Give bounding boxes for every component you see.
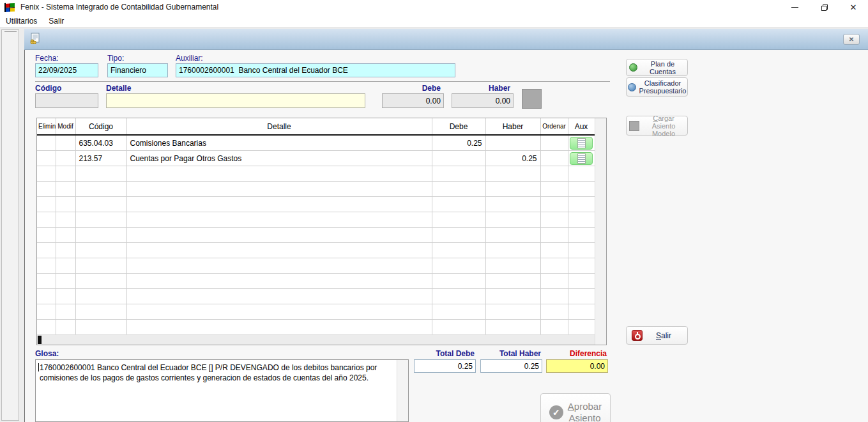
grid-horizontal-scrollbar-thumb[interactable] [38,336,42,344]
cell-haber[interactable]: 0.25 [485,151,540,166]
auxiliar-input[interactable] [176,63,455,77]
cell-detalle[interactable]: Cuentas por Pagar Otros Gastos [126,151,432,166]
cell-detalle[interactable] [126,197,432,212]
cell-debe[interactable] [432,320,485,335]
cell-aux[interactable] [568,243,595,258]
cell-ordenar[interactable] [540,182,568,197]
cell-debe[interactable] [432,258,485,274]
cell-codigo[interactable] [75,274,126,289]
haber-input[interactable] [452,93,514,108]
add-line-button[interactable] [522,89,542,109]
cell-codigo[interactable]: 213.57 [75,151,126,166]
cell-aux[interactable] [568,274,595,289]
cell-elimin[interactable] [37,289,56,304]
cell-ordenar[interactable] [540,274,568,289]
close-button[interactable] [839,0,868,14]
cell-debe[interactable] [432,197,485,212]
cell-detalle[interactable] [126,289,432,304]
cell-modif[interactable] [56,320,75,335]
aux-button[interactable] [570,152,593,165]
cell-elimin[interactable] [37,304,56,320]
cell-codigo[interactable] [75,320,126,335]
cell-haber[interactable] [485,197,540,212]
cell-modif[interactable] [56,228,75,243]
fecha-input[interactable] [35,63,98,77]
cell-detalle[interactable] [126,212,432,228]
cell-debe[interactable]: 0.25 [432,135,485,151]
cell-ordenar[interactable] [540,258,568,274]
detalle-input[interactable] [106,93,365,108]
plan-de-cuentas-button[interactable]: Plan de Cuentas [626,59,688,76]
cell-codigo[interactable] [75,289,126,304]
cell-modif[interactable] [56,182,75,197]
cell-aux[interactable] [568,135,595,151]
cell-aux[interactable] [568,166,595,182]
cell-codigo[interactable] [75,258,126,274]
cell-codigo[interactable]: 635.04.03 [75,135,126,151]
cell-aux[interactable] [568,320,595,335]
cell-ordenar[interactable] [540,166,568,182]
grid-horizontal-scrollbar[interactable] [37,334,595,345]
cell-elimin[interactable] [37,151,56,166]
grid-vertical-scrollbar[interactable] [595,118,606,345]
cell-modif[interactable] [56,135,75,151]
cell-detalle[interactable] [126,228,432,243]
cell-haber[interactable] [485,289,540,304]
cell-detalle[interactable] [126,320,432,335]
cell-haber[interactable] [485,166,540,182]
cell-aux[interactable] [568,258,595,274]
cell-modif[interactable] [56,151,75,166]
cell-modif[interactable] [56,212,75,228]
restore-button[interactable] [809,0,839,14]
cell-ordenar[interactable] [540,151,568,166]
cell-haber[interactable] [485,274,540,289]
cell-modif[interactable] [56,289,75,304]
cell-haber[interactable] [485,258,540,274]
cell-aux[interactable] [568,304,595,320]
menu-utilitarios[interactable]: Utilitarios [0,14,43,28]
header-debe[interactable]: Debe [432,118,485,135]
cell-ordenar[interactable] [540,243,568,258]
cell-codigo[interactable] [75,304,126,320]
cell-haber[interactable] [485,304,540,320]
codigo-input[interactable] [35,93,98,108]
cell-modif[interactable] [56,258,75,274]
cell-ordenar[interactable] [540,212,568,228]
cell-ordenar[interactable] [540,228,568,243]
salir-button[interactable]: Salir [626,326,688,345]
cell-codigo[interactable] [75,228,126,243]
cell-aux[interactable] [568,228,595,243]
cell-haber[interactable] [485,228,540,243]
cell-debe[interactable] [432,274,485,289]
clasificador-presupuestario-button[interactable]: Clasificador Presupuestario [626,77,688,97]
cell-haber[interactable] [485,320,540,335]
cell-haber[interactable] [485,212,540,228]
header-codigo[interactable]: Código [75,118,126,135]
cell-debe[interactable] [432,166,485,182]
cell-haber[interactable] [485,182,540,197]
cell-elimin[interactable] [37,197,56,212]
cell-debe[interactable] [432,289,485,304]
glosa-textarea[interactable]: 1760002600001 Banco Central del Ecuador … [35,359,409,422]
cell-codigo[interactable] [75,182,126,197]
header-modif[interactable]: Modif [56,118,75,135]
cell-elimin[interactable] [37,258,56,274]
cell-modif[interactable] [56,166,75,182]
cell-aux[interactable] [568,151,595,166]
cell-codigo[interactable] [75,243,126,258]
cell-modif[interactable] [56,243,75,258]
collapsed-window-strip[interactable] [1,29,19,421]
cell-elimin[interactable] [37,212,56,228]
cell-debe[interactable] [432,304,485,320]
header-aux[interactable]: Aux [568,118,595,135]
cell-ordenar[interactable] [540,135,568,151]
cell-codigo[interactable] [75,212,126,228]
cell-haber[interactable] [485,243,540,258]
glosa-scrollbar[interactable] [397,360,408,421]
cell-aux[interactable] [568,212,595,228]
cell-detalle[interactable]: Comisiones Bancarias [126,135,432,151]
cell-elimin[interactable] [37,228,56,243]
aprobar-asiento-button[interactable]: Aprobar Asiento [540,393,611,422]
cell-codigo[interactable] [75,166,126,182]
aux-button[interactable] [570,137,593,150]
